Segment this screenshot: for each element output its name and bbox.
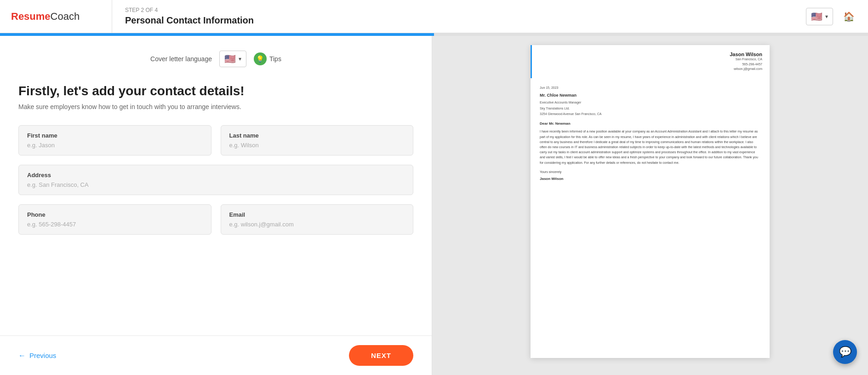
letter-header-bar: Jason Wilson San Francisco, CA 565-298-4… <box>531 45 770 78</box>
first-name-label: First name <box>27 132 203 139</box>
preview-email: wilson.j@gmail.com <box>539 67 762 72</box>
letter-preview: Jason Wilson San Francisco, CA 565-298-4… <box>531 45 770 358</box>
step-area: STEP 2 OF 4 Personal Contact Information <box>112 7 806 26</box>
preview-date: Jun 15, 2023 <box>540 86 760 90</box>
letter-body: Jun 15, 2023 Mr. Chloe Newman Executive … <box>531 78 770 189</box>
logo-coach: Coach <box>51 11 80 23</box>
chat-bubble-icon: 💬 <box>839 346 851 358</box>
preview-name: Jason Wilson <box>539 52 762 57</box>
address-label: Address <box>27 172 405 179</box>
email-input[interactable]: Email e.g. wilson.j@gmail.com <box>221 204 414 235</box>
address-input[interactable]: Address e.g. San Francisco, CA <box>18 165 413 195</box>
name-row: First name e.g. Jason Last name e.g. Wil… <box>18 125 413 156</box>
lang-label: Cover letter language <box>150 55 212 63</box>
bottom-nav: ← Previous NEXT <box>0 335 432 375</box>
address-field: Address e.g. San Francisco, CA <box>18 165 413 195</box>
first-name-field: First name e.g. Jason <box>18 125 211 156</box>
prev-arrow-icon: ← <box>18 352 26 360</box>
contact-row: Phone e.g. 565-298-4457 Email e.g. wilso… <box>18 204 413 235</box>
preview-recipient-name: Mr. Chloe Newman <box>540 92 760 98</box>
form-chevron-down-icon: ▾ <box>239 56 241 62</box>
last-name-input[interactable]: Last name e.g. Wilson <box>221 125 414 156</box>
next-label: NEXT <box>371 352 391 359</box>
lang-tips-row: Cover letter language 🇺🇸 ▾ 💡 Tips <box>18 51 413 67</box>
preview-closing: Yours sincerely <box>540 170 760 174</box>
form-flag-icon: 🇺🇸 <box>224 53 236 64</box>
address-row: Address e.g. San Francisco, CA <box>18 165 413 195</box>
previous-button[interactable]: ← Previous <box>18 352 56 360</box>
header-lang-selector[interactable]: 🇺🇸 ▾ <box>806 8 833 25</box>
first-name-placeholder: e.g. Jason <box>27 142 203 149</box>
preview-location: San Francisco, CA <box>539 57 762 62</box>
left-panel: Cover letter language 🇺🇸 ▾ 💡 Tips Firstl… <box>0 36 432 375</box>
phone-placeholder: e.g. 565-298-4457 <box>27 221 203 228</box>
preview-recipient-title: Executive Accounts Manager <box>540 100 760 105</box>
lang-picker[interactable]: 🇺🇸 ▾ <box>219 51 246 67</box>
email-label: Email <box>229 211 405 218</box>
last-name-placeholder: e.g. Wilson <box>229 142 405 149</box>
first-name-input[interactable]: First name e.g. Jason <box>18 125 211 156</box>
step-title: Personal Contact Information <box>125 15 806 26</box>
next-button[interactable]: NEXT <box>349 345 413 366</box>
tips-icon: 💡 <box>254 52 267 65</box>
phone-field: Phone e.g. 565-298-4457 <box>18 204 211 235</box>
form-area: Cover letter language 🇺🇸 ▾ 💡 Tips Firstl… <box>0 36 432 335</box>
preview-recipient-company: Sky Translations Ltd. <box>540 106 760 111</box>
address-placeholder: e.g. San Francisco, CA <box>27 181 405 188</box>
tips-label: Tips <box>269 55 281 63</box>
phone-label: Phone <box>27 211 203 218</box>
logo-resume: Resume <box>11 11 51 23</box>
header: ResumeCoach STEP 2 OF 4 Personal Contact… <box>0 0 868 33</box>
header-chevron-down-icon: ▾ <box>825 13 828 20</box>
last-name-field: Last name e.g. Wilson <box>221 125 414 156</box>
form-heading: Firstly, let's add your contact details! <box>18 84 413 98</box>
preview-signature: Jason Wilson <box>540 176 760 181</box>
header-flag-icon: 🇺🇸 <box>811 11 822 22</box>
right-panel: Jason Wilson San Francisco, CA 565-298-4… <box>432 36 868 375</box>
preview-dear: Dear Mr. Newman <box>540 121 760 126</box>
tips-button[interactable]: 💡 Tips <box>254 52 281 65</box>
preview-paragraph1: I have recently been informed of a new p… <box>540 129 760 165</box>
main-content: Cover letter language 🇺🇸 ▾ 💡 Tips Firstl… <box>0 36 868 375</box>
previous-label: Previous <box>29 352 56 359</box>
logo-area: ResumeCoach <box>11 0 112 33</box>
form-subtext: Make sure employers know how to get in t… <box>18 103 413 110</box>
header-right: 🇺🇸 ▾ 🏠 <box>806 8 857 25</box>
chat-bubble[interactable]: 💬 <box>833 340 857 364</box>
step-label: STEP 2 OF 4 <box>125 7 806 13</box>
preview-phone: 565-298-4457 <box>539 62 762 67</box>
last-name-label: Last name <box>229 132 405 139</box>
email-field: Email e.g. wilson.j@gmail.com <box>221 204 414 235</box>
email-placeholder: e.g. wilson.j@gmail.com <box>229 221 405 228</box>
phone-input[interactable]: Phone e.g. 565-298-4457 <box>18 204 211 235</box>
home-icon[interactable]: 🏠 <box>840 8 857 25</box>
preview-recipient-address: 3254 Glenwood Avenue San Francisco, CA <box>540 112 760 116</box>
